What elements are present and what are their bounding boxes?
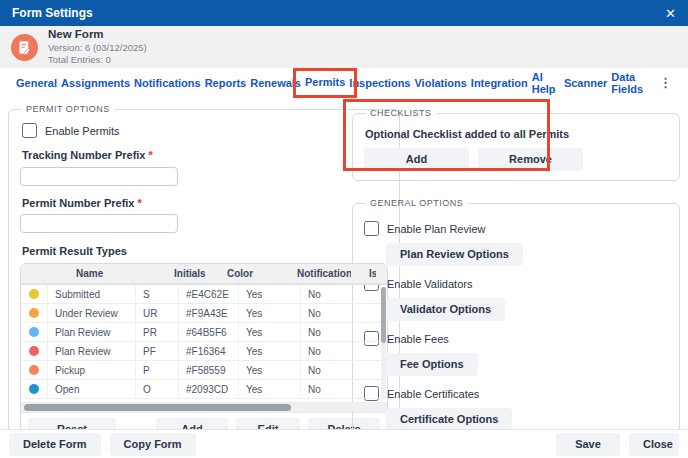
table-header-cell-name: Name xyxy=(69,264,157,283)
cell-name: Open xyxy=(48,380,136,398)
status-color-dot xyxy=(29,289,39,299)
tab-overflow-menu-icon[interactable]: ⋮ xyxy=(657,68,674,97)
form-document-icon xyxy=(11,34,38,61)
tab-notifications[interactable]: Notifications xyxy=(132,68,203,97)
table-header-cell-dot xyxy=(32,264,59,283)
dialog-content: PERMIT OPTIONS Enable Permits Tracking N… xyxy=(0,97,688,430)
table-horizontal-scrollbar[interactable] xyxy=(21,403,387,412)
form-name: New Form xyxy=(48,27,147,42)
tab-violations[interactable]: Violations xyxy=(412,68,468,97)
cell-notification: Yes xyxy=(239,342,301,360)
table-row[interactable]: Plan ReviewPF#F16364YesNo xyxy=(21,342,387,361)
status-color-dot xyxy=(29,346,39,356)
dialog-titlebar: Form Settings ✕ xyxy=(0,0,688,26)
enable-plan-review-checkbox[interactable] xyxy=(364,221,379,236)
table-header-cell-initials: Initials xyxy=(167,264,210,283)
tab-general[interactable]: General xyxy=(14,68,59,97)
cell-is-final: No xyxy=(301,304,387,322)
cell-initials: PR xyxy=(136,323,179,341)
cell-name: Plan Review xyxy=(48,342,136,360)
table-row[interactable]: PickupP#F58559YesNo xyxy=(21,361,387,380)
cell-notification: Yes xyxy=(239,361,301,379)
cell-initials: UR xyxy=(136,304,179,322)
dialog-title: Form Settings xyxy=(12,6,93,20)
general-options-fieldset: GENERAL OPTIONS Enable Plan ReviewPlan R… xyxy=(352,198,680,458)
cell-notification: Yes xyxy=(239,304,301,322)
permit-number-input[interactable] xyxy=(20,214,178,233)
cell-status-dot xyxy=(21,323,48,341)
cell-color: #F9A43E xyxy=(179,304,239,322)
delete-form-button[interactable]: Delete Form xyxy=(9,433,101,456)
plan-review-options-button[interactable]: Plan Review Options xyxy=(386,243,523,266)
validator-options-button[interactable]: Validator Options xyxy=(386,298,505,321)
table-horizontal-scrollbar-thumb[interactable] xyxy=(24,404,291,411)
table-row[interactable]: SubmittedS#E4C62EYesNo xyxy=(21,285,387,304)
table-vertical-scrollbar[interactable] xyxy=(381,287,386,399)
save-button[interactable]: Save xyxy=(556,433,620,456)
cell-color: #F58559 xyxy=(179,361,239,379)
fee-options-button[interactable]: Fee Options xyxy=(386,353,478,376)
cell-is-final: No xyxy=(301,323,387,341)
enable-fees-label: Enable Fees xyxy=(387,333,449,345)
form-total-entries: Total Entries: 0 xyxy=(48,54,147,66)
checklist-add-button[interactable]: Add xyxy=(364,148,469,171)
general-options-legend: GENERAL OPTIONS xyxy=(366,198,467,208)
document-edit-icon xyxy=(17,40,32,55)
tab-reports[interactable]: Reports xyxy=(203,68,249,97)
tab-permits[interactable]: Permits xyxy=(303,68,347,97)
cell-color: #2093CD xyxy=(179,380,239,398)
close-button[interactable]: Close xyxy=(629,433,679,456)
form-version: Version: 6 (03/12/2025) xyxy=(48,42,147,54)
result-types-table: NameInitialsColorNotificationIs FinalSub… xyxy=(20,263,388,447)
cell-color: #64B5F6 xyxy=(179,323,239,341)
tracking-number-input[interactable] xyxy=(20,167,178,186)
cell-name: Under Review xyxy=(48,304,136,322)
cell-initials: O xyxy=(136,380,179,398)
permit-options-fieldset: PERMIT OPTIONS Enable Permits Tracking N… xyxy=(8,104,400,457)
close-icon[interactable]: ✕ xyxy=(665,7,676,20)
permit-options-legend: PERMIT OPTIONS xyxy=(22,104,114,114)
enable-plan-review-label: Enable Plan Review xyxy=(387,223,485,235)
option-group-enable-certificates: Enable CertificatesCertificate Options xyxy=(364,386,668,431)
dialog-footer: Delete Form Copy Form Save Close xyxy=(0,429,688,458)
option-group-enable-validators: Enable ValidatorsValidator Options xyxy=(364,276,668,321)
tab-renewals[interactable]: Renewals xyxy=(248,68,303,97)
option-group-enable-plan-review: Enable Plan ReviewPlan Review Options xyxy=(364,221,668,266)
cell-name: Pickup xyxy=(48,361,136,379)
enable-permits-checkbox[interactable] xyxy=(22,123,37,138)
checklist-remove-button[interactable]: Remove xyxy=(478,148,583,171)
form-header: New Form Version: 6 (03/12/2025) Total E… xyxy=(0,26,688,68)
tab-inspections[interactable]: Inspections xyxy=(347,68,412,97)
table-row[interactable]: Plan ReviewPR#64B5F6YesNo xyxy=(21,323,387,342)
table-header-row: NameInitialsColorNotificationIs Final xyxy=(21,264,387,285)
checklists-description: Optional Checklist added to all Permits xyxy=(365,128,668,140)
cell-status-dot xyxy=(21,304,48,322)
tab-assignments[interactable]: Assignments xyxy=(59,68,132,97)
table-row[interactable]: OpenO#2093CDYesNo xyxy=(21,380,387,399)
status-color-dot xyxy=(29,327,39,337)
required-asterisk: * xyxy=(149,149,153,161)
cell-notification: Yes xyxy=(239,285,301,303)
cell-is-final: No xyxy=(301,361,387,379)
table-row[interactable]: Under ReviewUR#F9A43EYesNo xyxy=(21,304,387,323)
tab-data-fields[interactable]: Data Fields xyxy=(609,68,657,97)
cell-color: #E4C62E xyxy=(179,285,239,303)
cell-name: Plan Review xyxy=(48,323,136,341)
copy-form-button[interactable]: Copy Form xyxy=(110,433,196,456)
permit-number-label: Permit Number Prefix * xyxy=(22,197,388,209)
tab-scanner[interactable]: Scanner xyxy=(562,68,609,97)
table-vertical-scrollbar-thumb[interactable] xyxy=(381,287,386,343)
cell-initials: S xyxy=(136,285,179,303)
cell-is-final: No xyxy=(301,380,387,398)
option-group-enable-fees: Enable FeesFee Options xyxy=(364,331,668,376)
table-header-cell-color: Color xyxy=(220,264,280,283)
certificate-options-button[interactable]: Certificate Options xyxy=(386,408,512,431)
tab-ai-help[interactable]: AI Help xyxy=(530,68,562,97)
result-types-title: Permit Result Types xyxy=(22,245,388,257)
status-color-dot xyxy=(29,384,39,394)
table-header-cell-is-final: Is Final xyxy=(362,264,376,283)
checklists-legend: CHECKLISTS xyxy=(366,108,436,118)
tab-integration[interactable]: Integration xyxy=(469,68,530,97)
status-color-dot xyxy=(29,365,39,375)
cell-status-dot xyxy=(21,361,48,379)
